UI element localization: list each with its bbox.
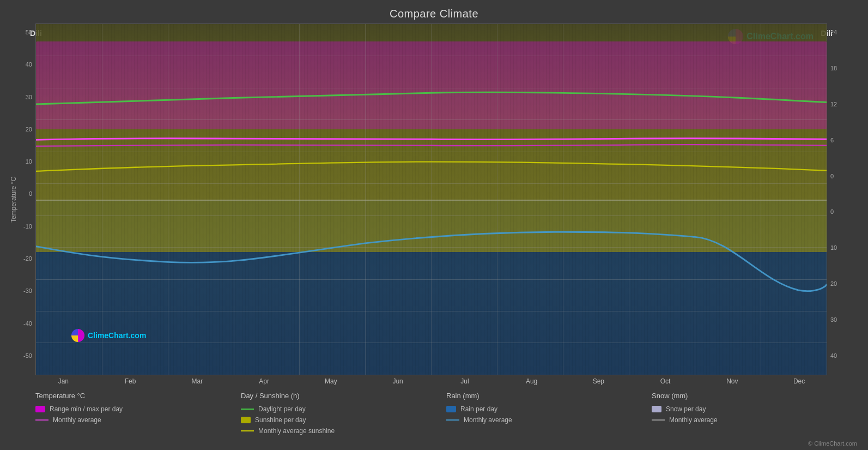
legend-swatch-icon-2-0: [446, 406, 456, 412]
legend-group-title-2: Rain (mm): [446, 392, 652, 400]
legend-item-label-2-1: Monthly average: [464, 416, 512, 424]
month-labels: JanFebMarAprMayJunJulAugSepOctNovDec: [30, 375, 833, 385]
legend-swatch-icon-3-0: [652, 406, 661, 412]
rtick-0b: 0: [830, 208, 834, 215]
month-label-dec: Dec: [766, 377, 833, 385]
legend-item-0-0: Range min / max per day: [35, 405, 241, 413]
logo-text-bottom: ClimeChart.com: [88, 331, 146, 340]
legend-item-0-1: Monthly average: [35, 416, 241, 424]
legend-item-2-0: Rain per day: [446, 405, 652, 413]
rtick-0a: 0: [830, 173, 834, 179]
legend-group-3: Snow (mm)Snow per dayMonthly average: [652, 392, 857, 435]
tick-10: 10: [26, 158, 32, 165]
legend-item-2-1: Monthly average: [446, 416, 652, 424]
chart-main: ClimeChart.com: [35, 23, 827, 375]
chart-canvas: ClimeChart.com: [36, 24, 827, 375]
legend-line-icon-1-2: [241, 430, 254, 431]
page-container: Compare Climate Dili Dili ClimeChart.com…: [0, 0, 868, 450]
logo-watermark: ClimeChart.com: [71, 329, 146, 342]
legend-item-1-1: Sunshine per day: [241, 416, 446, 424]
legend-group-0: Temperature °CRange min / max per dayMon…: [35, 392, 241, 435]
logo-circle-bottom: [71, 329, 84, 342]
tick-neg50: -50: [23, 352, 32, 359]
legend-item-1-2: Monthly average sunshine: [241, 427, 446, 435]
legend-item-label-1-2: Monthly average sunshine: [258, 427, 335, 435]
temp-monthly-avg-line: [36, 139, 827, 140]
rtick-30: 30: [830, 316, 837, 323]
legend-area: Temperature °CRange min / max per dayMon…: [0, 385, 868, 440]
month-label-jan: Jan: [30, 377, 97, 385]
legend-line-icon-0-1: [35, 419, 48, 421]
daylight-line: [36, 92, 827, 104]
legend-group-2: Rain (mm)Rain per dayMonthly average: [446, 392, 652, 435]
tick-neg10: -10: [23, 223, 32, 230]
right-axis: 24 18 12 6 0 0 10 20 30 40 Day / Sunshin…: [827, 23, 863, 375]
legend-swatch-icon-0-0: [35, 406, 45, 412]
legend-item-label-3-1: Monthly average: [669, 416, 718, 424]
legend-group-title-1: Day / Sunshine (h): [241, 392, 446, 400]
legend-item-label-0-0: Range min / max per day: [50, 405, 123, 413]
legend-line-icon-3-1: [652, 419, 665, 421]
rtick-40: 40: [830, 352, 837, 359]
legend-item-label-3-0: Snow per day: [666, 405, 706, 413]
legend-group-1: Day / Sunshine (h)Daylight per daySunshi…: [241, 392, 446, 435]
legend-group-title-0: Temperature °C: [35, 392, 241, 400]
legend-swatch-icon-1-1: [241, 417, 251, 423]
tick-neg20: -20: [23, 255, 32, 262]
legend-line-icon-2-1: [446, 419, 459, 421]
legend-item-1-0: Daylight per day: [241, 405, 446, 413]
month-label-jun: Jun: [365, 377, 432, 385]
month-label-mar: Mar: [164, 377, 231, 385]
rtick-24: 24: [830, 29, 837, 35]
chart-area: Temperature °C 50 40 30 20 10 0 -10 -20 …: [0, 23, 868, 375]
month-label-may: May: [298, 377, 365, 385]
month-label-jul: Jul: [432, 377, 499, 385]
rtick-20: 20: [830, 280, 837, 287]
legend-item-label-1-0: Daylight per day: [258, 405, 306, 413]
legend-item-3-0: Snow per day: [652, 405, 857, 413]
month-label-feb: Feb: [97, 377, 164, 385]
legend-item-3-1: Monthly average: [652, 416, 857, 424]
month-label-aug: Aug: [498, 377, 565, 385]
legend-group-title-3: Snow (mm): [652, 392, 857, 400]
legend-line-icon-1-0: [241, 409, 254, 410]
tick-40: 40: [26, 61, 32, 68]
legend-item-label-0-1: Monthly average: [53, 416, 101, 424]
legend-item-label-2-0: Rain per day: [460, 405, 497, 413]
rtick-10: 10: [830, 244, 837, 251]
month-label-apr: Apr: [230, 377, 298, 385]
rtick-12: 12: [830, 101, 837, 107]
month-label-sep: Sep: [565, 377, 632, 385]
chart-svg: [36, 24, 827, 375]
copyright: © ClimeChart.com: [0, 440, 868, 450]
tick-neg30: -30: [23, 287, 32, 294]
tick-50: 50: [26, 29, 32, 35]
month-label-nov: Nov: [699, 377, 766, 385]
month-label-oct: Oct: [632, 377, 699, 385]
legend-item-label-1-1: Sunshine per day: [255, 416, 306, 424]
tick-20: 20: [26, 126, 32, 133]
tick-neg40: -40: [23, 320, 32, 327]
tick-30: 30: [26, 94, 32, 100]
rain-monthly-avg-line: [36, 232, 827, 291]
sunshine-avg-line: [36, 162, 827, 171]
rtick-18: 18: [830, 65, 837, 71]
left-axis: Temperature °C 50 40 30 20 10 0 -10 -20 …: [5, 23, 35, 375]
page-title: Compare Climate: [0, 0, 868, 23]
temp-monthly-avg-line2: [36, 145, 827, 146]
rtick-6: 6: [830, 137, 834, 143]
